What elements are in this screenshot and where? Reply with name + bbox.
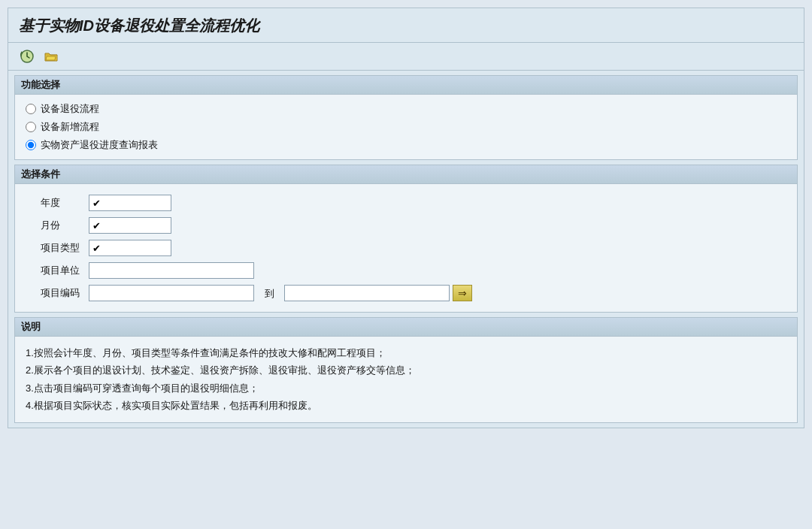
function-section-header: 功能选择 — [15, 76, 797, 95]
radio-item-2[interactable]: 设备新增流程 — [26, 120, 786, 134]
field-row-year: 年度 — [26, 192, 480, 214]
description-section: 说明 1.按照会计年度、月份、项目类型等条件查询满足条件的技改大修和配网工程项目… — [14, 317, 798, 423]
radio-label-1: 设备退役流程 — [41, 102, 99, 116]
desc-item-2: 2.展示各个项目的退设计划、技术鉴定、退役资产拆除、退役审批、退役资产移交等信息… — [26, 361, 786, 379]
input-month[interactable] — [89, 217, 171, 234]
desc-item-1: 1.按照会计年度、月份、项目类型等条件查询满足条件的技改大修和配网工程项目； — [26, 344, 786, 361]
page-title-bar: 基于实物ID设备退役处置全流程优化 — [8, 8, 804, 43]
label-year: 年度 — [26, 192, 89, 214]
folder-button[interactable] — [41, 47, 61, 65]
input-type[interactable] — [89, 240, 171, 256]
value-year — [89, 192, 480, 214]
condition-section: 选择条件 年度 月份 — [14, 165, 798, 313]
input-year[interactable] — [89, 195, 171, 211]
label-code: 项目编码 — [26, 282, 89, 304]
desc-item-4: 4.根据项目实际状态，核实项目实际处置结果，包括再利用和报废。 — [26, 397, 786, 414]
radio-item-1[interactable]: 设备退役流程 — [26, 102, 786, 116]
arrow-button[interactable]: ⇒ — [453, 285, 472, 301]
condition-section-header: 选择条件 — [15, 165, 797, 184]
toolbar — [8, 43, 804, 71]
input-code-to[interactable] — [284, 285, 450, 301]
radio-input-2[interactable] — [26, 122, 36, 132]
function-section-content: 设备退役流程 设备新增流程 实物资产退役进度查询报表 — [15, 95, 797, 159]
value-unit — [89, 259, 480, 282]
field-row-unit: 项目单位 — [26, 259, 480, 282]
description-content: 1.按照会计年度、月份、项目类型等条件查询满足条件的技改大修和配网工程项目； 2… — [15, 337, 797, 422]
clock-button[interactable] — [17, 47, 37, 65]
radio-label-3: 实物资产退役进度查询报表 — [41, 138, 158, 152]
main-container: 基于实物ID设备退役处置全流程优化 功能选择 — [8, 8, 804, 428]
radio-label-2: 设备新增流程 — [41, 120, 99, 134]
radio-item-3[interactable]: 实物资产退役进度查询报表 — [26, 138, 786, 152]
field-row-code: 项目编码 到 ⇒ — [26, 282, 480, 304]
radio-group: 设备退役流程 设备新增流程 实物资产退役进度查询报表 — [26, 102, 786, 152]
desc-item-3: 3.点击项目编码可穿透查询每个项目的退役明细信息； — [26, 379, 786, 397]
value-type — [89, 237, 480, 259]
clock-icon — [20, 49, 35, 64]
field-row-month: 月份 — [26, 214, 480, 237]
radio-input-1[interactable] — [26, 104, 36, 114]
function-section: 功能选择 设备退役流程 设备新增流程 实物资产退役进度查询报表 — [14, 75, 798, 160]
value-month — [89, 214, 480, 237]
value-code-range: 到 ⇒ — [89, 282, 480, 304]
input-code-from[interactable] — [89, 285, 254, 301]
label-type: 项目类型 — [26, 237, 89, 259]
range-separator: 到 — [257, 288, 282, 299]
description-section-header: 说明 — [15, 318, 797, 337]
form-table: 年度 月份 项目类型 — [26, 192, 480, 304]
label-unit: 项目单位 — [26, 259, 89, 282]
field-row-type: 项目类型 — [26, 237, 480, 259]
condition-section-content: 年度 月份 项目类型 — [15, 184, 797, 312]
page-title: 基于实物ID设备退役处置全流程优化 — [19, 16, 793, 36]
radio-input-3[interactable] — [26, 140, 36, 150]
input-unit[interactable] — [89, 262, 254, 279]
folder-icon — [44, 49, 59, 64]
label-month: 月份 — [26, 214, 89, 237]
